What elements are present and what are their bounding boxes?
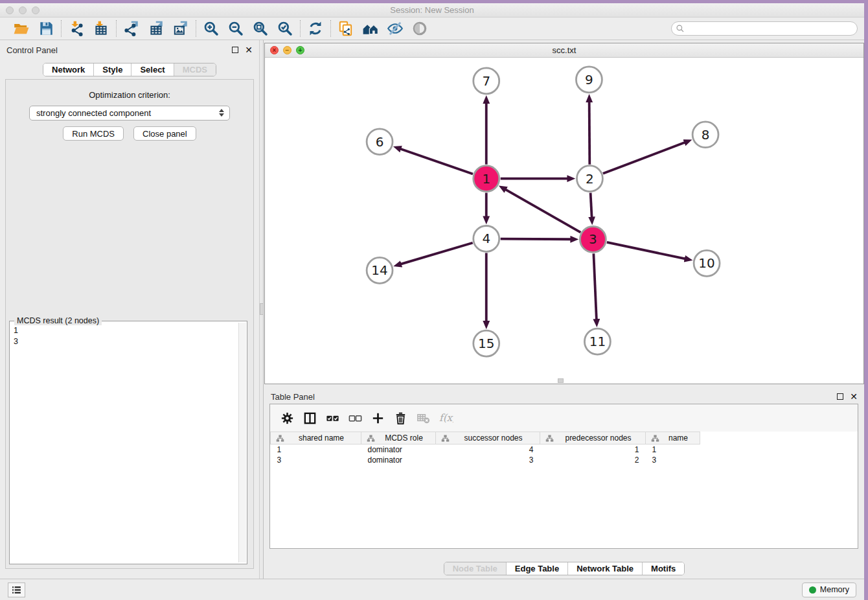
table-cell[interactable]: dominator [361, 455, 436, 465]
refresh-button[interactable] [306, 19, 325, 38]
graph-node-6[interactable]: 6 [367, 129, 393, 155]
network-canvas[interactable]: 7968124314101511 [265, 58, 863, 384]
add-column-button[interactable] [369, 409, 387, 427]
search-input[interactable] [685, 23, 857, 34]
select-all-button[interactable] [323, 409, 341, 427]
graph-node-7[interactable]: 7 [474, 68, 499, 94]
edge-2-3[interactable] [591, 193, 592, 218]
column-header-name[interactable]: name [646, 432, 700, 444]
edge-3-1[interactable] [505, 189, 580, 232]
graph-node-11[interactable]: 11 [584, 329, 610, 354]
optimization-criterion-dropdown[interactable]: strongly connected component [29, 106, 230, 121]
graph-node-3[interactable]: 3 [580, 226, 606, 252]
close-panel-button[interactable]: Close panel [133, 126, 196, 141]
close-panel-icon[interactable]: ✕ [245, 47, 253, 53]
save-button[interactable] [36, 19, 56, 38]
network-window-titlebar[interactable]: × − + scc.txt [265, 43, 863, 58]
table-cell[interactable]: 3 [271, 455, 361, 465]
window-titlebar[interactable]: Session: New Session [0, 3, 864, 17]
edge-4-14[interactable] [401, 243, 473, 264]
network-minimize-button[interactable]: − [283, 46, 291, 54]
float-panel-icon[interactable] [232, 47, 238, 53]
export-table-button[interactable] [146, 19, 166, 38]
float-table-panel-icon[interactable] [837, 393, 843, 400]
edge-3-10[interactable] [607, 242, 685, 259]
zoom-out-button[interactable] [226, 19, 246, 38]
new-network-from-selection-button[interactable] [336, 19, 356, 38]
table-cell[interactable]: 3 [646, 455, 700, 465]
edge-4-3[interactable] [501, 239, 571, 240]
search-field[interactable] [671, 21, 858, 36]
edge-3-11[interactable] [593, 253, 597, 319]
export-image-button[interactable] [171, 19, 190, 38]
graph-node-1[interactable]: 1 [474, 166, 499, 192]
mcds-result-list[interactable]: 1 3 [11, 323, 238, 562]
clear-selection-button[interactable] [346, 409, 364, 427]
import-table-button[interactable] [91, 19, 111, 38]
delete-column-button[interactable] [391, 409, 409, 427]
table-row[interactable]: 3dominator323 [271, 455, 700, 465]
memory-button[interactable]: Memory [802, 583, 856, 597]
edge-1-6[interactable] [400, 149, 473, 174]
node-label: 4 [482, 231, 490, 246]
graph-node-14[interactable]: 14 [367, 257, 393, 283]
function-builder-button[interactable]: f(x) [437, 409, 455, 427]
import-network-button[interactable] [67, 19, 86, 38]
zoom-in-button[interactable] [201, 19, 221, 38]
node-label: 3 [589, 231, 597, 247]
tab-edge-table[interactable]: Edge Table [506, 562, 567, 575]
graph-node-10[interactable]: 10 [694, 250, 720, 276]
graph-node-9[interactable]: 9 [576, 67, 602, 93]
network-maximize-button[interactable]: + [296, 46, 304, 54]
tab-mcds[interactable]: MCDS [174, 63, 216, 76]
table-cell[interactable]: 4 [436, 444, 540, 455]
graph-node-2[interactable]: 2 [577, 166, 602, 192]
delete-table-button[interactable] [414, 409, 432, 427]
network-graph[interactable]: 7968124314101511 [265, 58, 863, 384]
column-header-predecessor-nodes[interactable]: predecessor nodes [540, 432, 646, 444]
close-table-panel-icon[interactable]: ✕ [850, 393, 858, 400]
mcds-result-group: MCDS result (2 nodes) 1 3 [9, 321, 247, 564]
panel-splitter[interactable] [259, 40, 264, 579]
table-cell[interactable]: 1 [540, 444, 646, 455]
zoom-fit-button[interactable] [251, 19, 270, 38]
network-hscroll-thumb[interactable] [558, 378, 564, 383]
graph-node-15[interactable]: 15 [474, 330, 499, 356]
tab-network-table[interactable]: Network Table [567, 562, 642, 575]
tab-node-table[interactable]: Node Table [444, 562, 506, 575]
network-close-button[interactable]: × [270, 46, 279, 54]
dropdown-selected-value: strongly connected component [36, 108, 151, 118]
column-header-successor-nodes[interactable]: successor nodes [436, 432, 540, 444]
tab-network[interactable]: Network [43, 63, 93, 76]
table-cell[interactable]: 1 [646, 444, 700, 455]
table-cell[interactable]: 3 [436, 455, 540, 465]
hide-selected-button[interactable] [385, 19, 405, 38]
show-all-button[interactable] [410, 19, 429, 38]
run-mcds-button[interactable]: Run MCDS [63, 126, 124, 141]
graph-node-4[interactable]: 4 [474, 225, 499, 251]
export-network-button[interactable] [122, 19, 141, 38]
columns-button[interactable] [301, 409, 319, 427]
first-neighbors-button[interactable] [361, 19, 380, 38]
table-cell[interactable]: dominator [361, 444, 436, 455]
column-label: shared name [291, 433, 361, 443]
task-history-button[interactable] [8, 583, 25, 597]
result-scrollbar[interactable] [238, 323, 246, 562]
graph-node-8[interactable]: 8 [692, 122, 718, 148]
column-header-MCDS-role[interactable]: MCDS role [361, 432, 436, 444]
table-cell[interactable]: 1 [271, 444, 361, 455]
edge-2-8[interactable] [603, 143, 685, 174]
table-row[interactable]: 1dominator411 [271, 444, 700, 455]
export-image-icon [172, 20, 189, 37]
node-table: shared nameMCDS rolesuccessor nodesprede… [270, 432, 700, 465]
column-label: predecessor nodes [560, 433, 645, 443]
tab-motifs[interactable]: Motifs [642, 562, 684, 575]
open-folder-button[interactable] [12, 19, 31, 38]
edge-2-9[interactable] [589, 102, 590, 165]
tab-style[interactable]: Style [93, 63, 131, 76]
zoom-selected-button[interactable] [275, 19, 295, 38]
column-header-shared-name[interactable]: shared name [271, 432, 361, 444]
table-cell[interactable]: 2 [540, 455, 646, 465]
tab-select[interactable]: Select [131, 63, 173, 76]
gear-button[interactable] [278, 409, 296, 427]
